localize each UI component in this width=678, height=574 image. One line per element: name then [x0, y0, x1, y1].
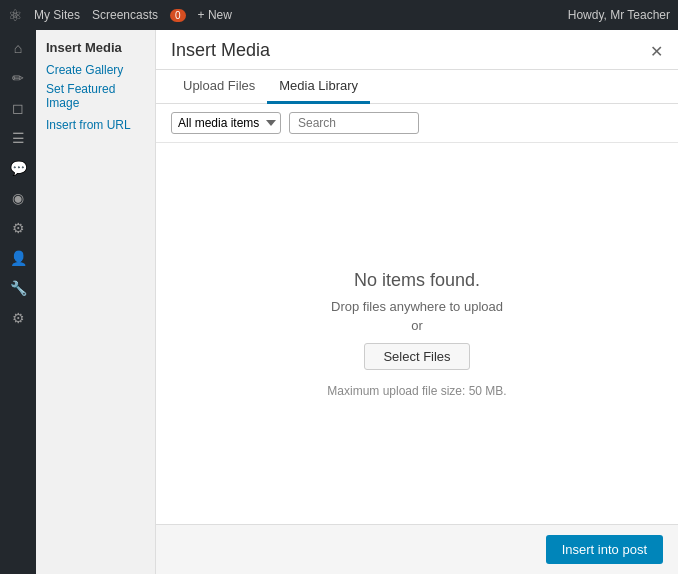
- sidebar-icon-dashboard[interactable]: ⌂: [3, 34, 33, 62]
- sidebar-icon-posts[interactable]: ✏: [3, 64, 33, 92]
- sidebar-icon-pages[interactable]: ☰: [3, 124, 33, 152]
- modal-area: Insert Media ✕ Upload Files Media Librar…: [156, 30, 678, 574]
- sidebar-icon-media[interactable]: ◻: [3, 94, 33, 122]
- sidebar-icon-users[interactable]: 👤: [3, 244, 33, 272]
- modal-close-button[interactable]: ✕: [650, 44, 663, 60]
- sidebar-icon-appearance[interactable]: ◉: [3, 184, 33, 212]
- select-files-button[interactable]: Select Files: [364, 343, 469, 370]
- main-layout: ⌂ ✏ ◻ ☰ 💬 ◉ ⚙ 👤 🔧 ⚙ Insert Media Create …: [0, 30, 678, 574]
- sidebar-icon-comments[interactable]: 💬: [3, 154, 33, 182]
- sidebar-icon-tools[interactable]: 🔧: [3, 274, 33, 302]
- sidebar: ⌂ ✏ ◻ ☰ 💬 ◉ ⚙ 👤 🔧 ⚙: [0, 30, 36, 574]
- new-link[interactable]: + New: [198, 8, 232, 22]
- modal-footer: Insert into post: [156, 524, 678, 574]
- max-upload-text: Maximum upload file size: 50 MB.: [327, 384, 506, 398]
- media-content-area: No items found. Drop files anywhere to u…: [156, 143, 678, 524]
- insert-from-url-link[interactable]: Insert from URL: [46, 118, 145, 132]
- drop-files-text: Drop files anywhere to upload: [331, 299, 503, 314]
- media-search-input[interactable]: [289, 112, 419, 134]
- tabs-bar: Upload Files Media Library: [156, 70, 678, 104]
- modal-title: Insert Media: [171, 40, 270, 61]
- create-gallery-link[interactable]: Create Gallery: [46, 63, 145, 77]
- admin-bar: ⚛ My Sites Screencasts 0 + New Howdy, Mr…: [0, 0, 678, 30]
- left-panel-title: Insert Media: [46, 40, 145, 55]
- insert-into-post-button[interactable]: Insert into post: [546, 535, 663, 564]
- sidebar-icon-settings[interactable]: ⚙: [3, 304, 33, 332]
- notif-badge: 0: [170, 9, 186, 22]
- tab-media-library[interactable]: Media Library: [267, 70, 370, 104]
- set-featured-image-link[interactable]: Set Featured Image: [46, 82, 145, 110]
- tab-upload-files[interactable]: Upload Files: [171, 70, 267, 104]
- modal-header: Insert Media ✕: [156, 30, 678, 70]
- no-items-title: No items found.: [354, 270, 480, 291]
- left-panel: Insert Media Create Gallery Set Featured…: [36, 30, 156, 574]
- or-text: or: [411, 318, 423, 333]
- screencasts-link[interactable]: Screencasts: [92, 8, 158, 22]
- my-sites-link[interactable]: My Sites: [34, 8, 80, 22]
- wp-logo-icon[interactable]: ⚛: [8, 6, 22, 25]
- media-filter-select[interactable]: All media itemsImagesAudioVideo: [171, 112, 281, 134]
- media-toolbar: All media itemsImagesAudioVideo: [156, 104, 678, 143]
- sidebar-icon-plugins[interactable]: ⚙: [3, 214, 33, 242]
- howdy-text: Howdy, Mr Teacher: [568, 8, 670, 22]
